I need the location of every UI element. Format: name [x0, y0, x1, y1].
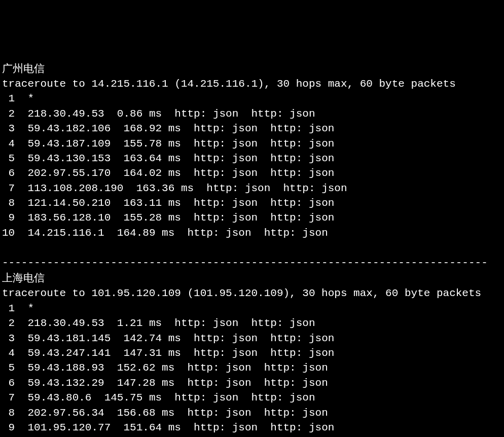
hop-text: 59.43.188.93 152.62 ms http: json http: … [27, 362, 328, 374]
separator: ----------------------------------------… [2, 257, 488, 269]
terminal-output: 广州电信 traceroute to 14.215.116.1 (14.215.… [2, 61, 502, 437]
hop-num: 10 [2, 227, 15, 239]
hop-num: 6 [2, 377, 15, 389]
hop-text: 59.43.130.153 163.64 ms http: json http:… [27, 153, 334, 164]
hop-num: 1 [2, 93, 15, 104]
hop-line: 2 218.30.49.53 1.21 ms http: json http: … [2, 317, 315, 329]
hop-text: 59.43.187.109 155.78 ms http: json http:… [27, 138, 334, 150]
hop-text: 218.30.49.53 0.86 ms http: json http: js… [27, 108, 315, 120]
hop-text: 113.108.208.190 163.36 ms http: json htt… [27, 183, 347, 194]
section-title: 广州电信 [2, 62, 45, 74]
hop-text: * [27, 93, 34, 104]
hop-text: 121.14.50.210 163.11 ms http: json http:… [27, 197, 334, 209]
hop-text: 59.43.181.145 142.74 ms http: json http:… [27, 333, 334, 344]
hop-num: 5 [2, 362, 15, 374]
hop-num: 3 [2, 333, 15, 344]
hop-text: 183.56.128.10 155.28 ms http: json http:… [27, 212, 334, 224]
hop-num: 9 [2, 212, 15, 224]
hop-num: 8 [2, 407, 15, 419]
hop-text: 14.215.116.1 164.89 ms http: json http: … [27, 227, 328, 239]
hop-line: 4 59.43.247.141 147.31 ms http: json htt… [2, 347, 334, 359]
hop-num: 5 [2, 153, 15, 164]
hop-num: 2 [2, 108, 15, 120]
hop-line: 5 59.43.130.153 163.64 ms http: json htt… [2, 153, 334, 164]
hop-line: 5 59.43.188.93 152.62 ms http: json http… [2, 362, 328, 374]
hop-text: 101.95.120.77 151.64 ms http: json http:… [27, 422, 334, 433]
section-title: 上海电信 [2, 272, 45, 283]
hop-line: 6 59.43.132.29 147.28 ms http: json http… [2, 377, 328, 389]
hop-line: 6 202.97.55.170 164.02 ms http: json htt… [2, 167, 334, 179]
hop-line: 3 59.43.181.145 142.74 ms http: json htt… [2, 333, 334, 344]
hop-line: 1 * [2, 303, 34, 314]
hop-text: 202.97.56.34 156.68 ms http: json http: … [27, 407, 328, 419]
hop-num: 4 [2, 138, 15, 150]
hop-line: 8 202.97.56.34 156.68 ms http: json http… [2, 407, 328, 419]
hop-num: 4 [2, 347, 15, 359]
hop-text: 202.97.55.170 164.02 ms http: json http:… [27, 167, 334, 179]
hop-line: 10 14.215.116.1 164.89 ms http: json htt… [2, 227, 328, 239]
hop-num: 7 [2, 183, 15, 194]
hop-text: 59.43.132.29 147.28 ms http: json http: … [27, 377, 328, 389]
traceroute-header: traceroute to 14.215.116.1 (14.215.116.1… [2, 78, 456, 90]
hop-line: 3 59.43.182.106 168.92 ms http: json htt… [2, 123, 334, 134]
hop-num: 6 [2, 167, 15, 179]
hop-text: 59.43.182.106 168.92 ms http: json http:… [27, 123, 334, 134]
hop-num: 1 [2, 303, 15, 314]
hop-num: 8 [2, 197, 15, 209]
hop-num: 7 [2, 392, 15, 404]
hop-line: 7 113.108.208.190 163.36 ms http: json h… [2, 183, 347, 194]
hop-line: 9 101.95.120.77 151.64 ms http: json htt… [2, 422, 334, 433]
traceroute-header: traceroute to 101.95.120.109 (101.95.120… [2, 287, 481, 299]
hop-line: 9 183.56.128.10 155.28 ms http: json htt… [2, 212, 334, 224]
hop-line: 7 59.43.80.6 145.75 ms http: json http: … [2, 392, 315, 404]
hop-line: 2 218.30.49.53 0.86 ms http: json http: … [2, 108, 315, 120]
hop-line: 8 121.14.50.210 163.11 ms http: json htt… [2, 197, 334, 209]
hop-num: 3 [2, 123, 15, 134]
hop-line: 1 * [2, 93, 34, 104]
hop-text: * [27, 303, 34, 314]
hop-num: 9 [2, 422, 15, 433]
hop-num: 2 [2, 317, 15, 329]
hop-line: 4 59.43.187.109 155.78 ms http: json htt… [2, 138, 334, 150]
hop-text: 59.43.80.6 145.75 ms http: json http: js… [27, 392, 315, 404]
hop-text: 59.43.247.141 147.31 ms http: json http:… [27, 347, 334, 359]
hop-text: 218.30.49.53 1.21 ms http: json http: js… [27, 317, 315, 329]
